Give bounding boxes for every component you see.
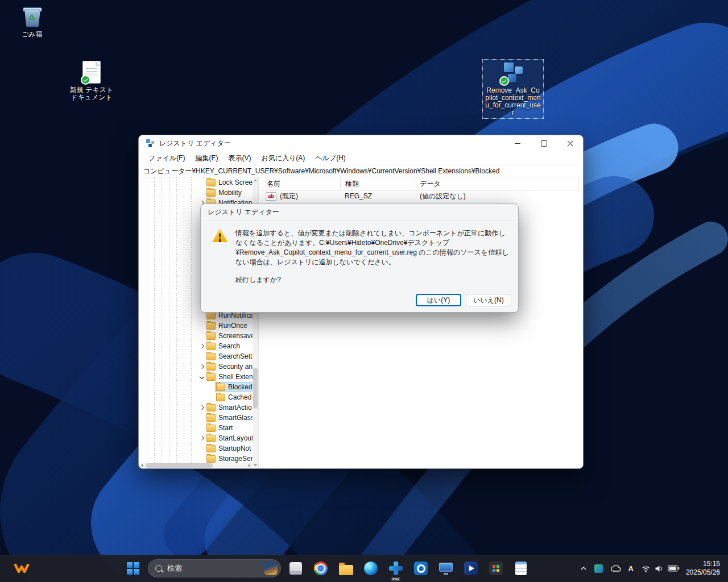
tray-app-icon — [594, 564, 603, 573]
no-button[interactable]: いいえ(N) — [466, 294, 511, 306]
chrome-icon — [314, 562, 328, 575]
tree-item[interactable]: Screensave — [139, 331, 253, 341]
tree-item[interactable]: Start — [139, 423, 253, 433]
menu-view[interactable]: 表示(V) — [223, 152, 256, 165]
tree-item-label: Screensave — [218, 332, 253, 340]
list-header: 名前 種類 データ — [259, 177, 583, 190]
menu-favorites[interactable]: お気に入り(A) — [256, 152, 310, 165]
desktop-icon-recycle-bin[interactable]: ごみ箱 — [8, 3, 56, 40]
generic-app-button[interactable] — [283, 556, 308, 581]
address-bar[interactable]: コンピューター¥HKEY_CURRENT_USER¥Software¥Micro… — [139, 165, 583, 177]
start-button[interactable] — [121, 556, 146, 581]
menu-edit[interactable]: 編集(E) — [190, 152, 223, 165]
menu-file[interactable]: ファイル(F) — [143, 152, 190, 165]
folder-icon — [206, 353, 216, 360]
file-explorer-button[interactable] — [333, 556, 358, 581]
quick-settings-button[interactable] — [638, 558, 683, 579]
tree-horizontal-scrollbar[interactable] — [139, 463, 253, 468]
tree-chevron-icon[interactable] — [200, 364, 204, 369]
window-titlebar[interactable]: レジストリ エディター — [139, 135, 583, 151]
tree-item-label: Shell Extens — [218, 373, 253, 381]
onedrive-synced-icon — [499, 76, 509, 86]
tree-chevron-icon[interactable] — [200, 436, 204, 440]
chrome-button[interactable] — [308, 556, 333, 581]
desktop-icon-new-text-document[interactable]: 新規 テキスト ドキュメント — [66, 59, 117, 103]
tree-item[interactable]: Mobility — [139, 188, 253, 198]
scroll-down-icon[interactable] — [253, 463, 258, 468]
column-data[interactable]: データ — [415, 177, 578, 190]
clock[interactable]: 15:15 2025/05/26 — [684, 560, 723, 577]
minimize-button[interactable] — [504, 135, 531, 151]
app-grid-button[interactable] — [483, 556, 508, 581]
edge-button[interactable] — [358, 556, 383, 581]
tree-item[interactable]: Search — [139, 341, 253, 351]
monitor-app-icon — [439, 563, 453, 572]
tree-item[interactable]: SmartActio — [139, 402, 253, 413]
search-highlight-image[interactable] — [264, 562, 278, 575]
tree-chevron-icon[interactable] — [200, 405, 204, 410]
tree-item[interactable]: RunOnce — [139, 321, 253, 331]
menu-help[interactable]: ヘルプ(H) — [310, 152, 351, 165]
dialog-titlebar[interactable]: レジストリ エディター — [201, 204, 518, 221]
column-name[interactable]: 名前 — [259, 177, 341, 190]
tree-item[interactable]: Blocked — [139, 382, 253, 392]
desktop-icon-label: ごみ箱 — [22, 31, 43, 38]
tree-item[interactable]: SearchSetti — [139, 351, 253, 361]
scrollbar-thumb[interactable] — [146, 463, 213, 468]
scrollbar-thumb[interactable] — [253, 368, 258, 409]
search-label: 検索 — [167, 563, 182, 573]
close-button[interactable] — [557, 135, 583, 151]
tree-item-label: Lock Screen — [218, 178, 253, 186]
search-box[interactable]: 検索 — [148, 559, 281, 577]
warning-icon — [212, 228, 228, 242]
window-title: レジストリ エディター — [159, 139, 231, 148]
text-document-icon — [82, 61, 101, 84]
tree-item-label: Security an — [218, 363, 253, 371]
tray-app-button[interactable] — [591, 558, 606, 579]
folder-icon — [206, 363, 216, 371]
media-player-button[interactable] — [458, 556, 483, 581]
windows-logo-icon — [127, 562, 139, 575]
tree-item-label: SearchSetti — [218, 352, 253, 360]
column-type[interactable]: 種類 — [341, 177, 415, 190]
monitor-app-button[interactable] — [433, 556, 458, 581]
outlook-button[interactable] — [408, 556, 433, 581]
ime-mode-button[interactable]: A — [625, 558, 637, 579]
folder-icon — [216, 384, 225, 391]
yes-button[interactable]: はい(Y) — [416, 294, 461, 306]
value-type: REG_SZ — [340, 192, 415, 200]
regedit-app-icon — [146, 139, 155, 148]
tree-item[interactable]: StartLayout — [139, 433, 253, 443]
value-row[interactable]: ab (既定) REG_SZ (値の設定なし) — [259, 190, 583, 202]
app-grid-icon — [489, 562, 503, 575]
registry-file-icon — [502, 61, 524, 84]
orange-w-icon[interactable] — [10, 555, 33, 582]
value-data: (値の設定なし) — [415, 192, 580, 201]
onedrive-button[interactable] — [607, 558, 624, 579]
preview-badge: PRE — [391, 577, 400, 581]
scroll-up-icon[interactable] — [253, 177, 258, 183]
tree-item[interactable]: Shell Extens — [139, 372, 253, 382]
tree-item[interactable]: Cached — [139, 392, 253, 402]
tree-chevron-icon[interactable] — [200, 344, 204, 348]
tree-item[interactable]: SmartGlass — [139, 413, 253, 423]
taskbar: 検索 PRE A — [0, 555, 728, 582]
volume-icon — [655, 565, 664, 572]
tree-item[interactable]: Lock Screen — [139, 177, 253, 188]
notepad-button[interactable] — [508, 556, 533, 581]
tree-item[interactable]: StartupNot — [139, 443, 253, 454]
folder-icon — [206, 414, 216, 422]
tree-item[interactable]: Security an — [139, 361, 253, 372]
preview-app-button[interactable]: PRE — [383, 556, 408, 581]
scroll-left-icon[interactable] — [139, 463, 144, 468]
folder-icon — [206, 312, 216, 319]
desktop-icon-reg-file[interactable]: Remove_Ask_Copilot_context_menu_for_curr… — [482, 59, 544, 119]
reg-sz-icon: ab — [266, 192, 276, 201]
desktop-icon-label: Remove_Ask_Copilot_context_menu_for_curr… — [485, 87, 541, 117]
minimize-icon — [515, 143, 520, 144]
scroll-right-icon[interactable] — [247, 463, 253, 468]
hidden-icons-button[interactable] — [577, 558, 590, 579]
tree-chevron-icon[interactable] — [200, 375, 204, 379]
maximize-button[interactable] — [531, 135, 557, 151]
regedit-confirm-dialog: レジストリ エディター 情報を追加すると、値が変更または削除されてしまい、コンポ… — [200, 203, 519, 313]
